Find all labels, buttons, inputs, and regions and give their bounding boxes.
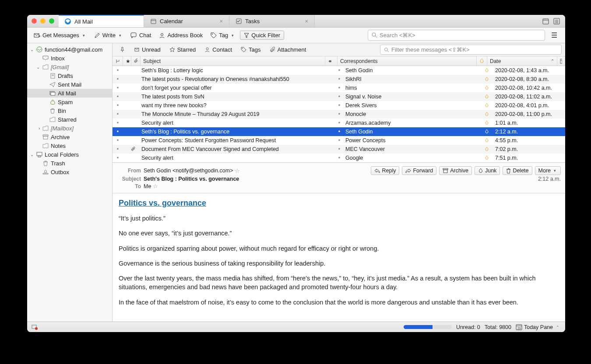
junk-button[interactable]: Junk [475,166,500,175]
global-search-input[interactable]: Search <⌘K> [368,30,545,41]
star-icon[interactable]: ☆ [153,183,158,189]
filter-unread[interactable]: Unread [130,45,164,54]
folder-drafts[interactable]: Drafts [27,71,112,80]
folder-notes[interactable]: Notes [27,141,112,150]
column-picker[interactable] [557,56,565,66]
star-icon[interactable]: ☆ [235,168,240,174]
filter-tags[interactable]: Tags [237,45,264,54]
svg-line-15 [375,36,377,38]
chat-button[interactable]: Chat [127,31,154,40]
folder-gmail[interactable]: ⌄[Gmail] [27,63,112,71]
message-date: 2020-02-08, 8:30 a.m. [495,76,565,82]
col-thread[interactable] [113,56,123,66]
today-pane-toggle[interactable]: 29 Today Pane ⌃ [516,324,561,330]
read-status-dot: • [333,94,345,100]
message-paragraph: Politics is organized sparring about pow… [119,244,559,253]
flame-icon [485,112,495,117]
flame-icon [485,147,495,152]
header-from: Seth Godin <notify@sethgodin.com> [144,168,233,174]
tag-button[interactable]: Tag▾ [208,31,238,40]
message-date: 2020-02-08, 11:00 p.m. [495,111,565,117]
folder-inbox[interactable]: Inbox [27,54,112,63]
minimize-window[interactable] [40,18,46,24]
quick-filter-toggle[interactable]: Quick Filter [240,31,284,40]
chevron-down-icon[interactable]: ▾ [81,33,86,38]
close-icon[interactable]: × [219,18,223,24]
col-correspondents[interactable]: Correspondents [338,56,477,66]
flame-icon [485,155,495,161]
message-row[interactable]: •The latest posts from SvN•Signal v. Noi… [113,92,565,101]
filter-contact[interactable]: Contact [201,45,236,54]
col-subject[interactable]: Subject [141,56,325,66]
message-subject: don't forget your special offer [141,85,333,91]
message-paragraph: Over the last twenty years, the mass med… [119,274,559,292]
message-correspondent: Monocle [345,111,485,117]
mail-account-icon [36,46,43,53]
chevron-down-icon[interactable]: ▾ [230,33,235,38]
tab-calendar[interactable]: Calendar × [144,15,229,27]
calendar-toolbar-icon[interactable] [542,18,549,24]
message-row[interactable]: •Security alert•Google7:51 p.m. [113,154,565,162]
read-status-dot: • [113,129,123,135]
tab-all-mail[interactable]: All Mail [59,15,144,27]
pin-filter[interactable] [116,46,129,54]
flame-icon [485,138,495,143]
message-list[interactable]: •Seth's Blog : Lottery logic•Seth Godin2… [113,66,565,162]
write-button[interactable]: Write▾ [91,31,126,40]
message-row[interactable]: •want my three new books?•Derek Sivers20… [113,101,565,110]
archive-button[interactable]: Archive [439,166,472,175]
folder-starred[interactable]: Starred [27,115,112,124]
get-messages-button[interactable]: Get Messages▾ [31,31,89,40]
zoom-window[interactable] [49,18,54,24]
folder-archive[interactable]: Archive [27,133,112,141]
tab-tasks[interactable]: Tasks × [229,15,315,27]
spam-icon [49,98,56,105]
more-button[interactable]: More▾ [535,166,561,175]
filter-attachment[interactable]: Attachment [266,45,310,54]
window-controls [27,15,59,27]
folder-spam[interactable]: Spam [27,98,112,106]
filter-messages-input[interactable]: Filter these messages <⇧⌘K> [380,45,562,55]
col-star[interactable]: ★ [123,56,131,66]
app-menu-button[interactable]: ☰ [547,31,562,39]
message-row[interactable]: •The latest posts - Revolutionary in One… [113,75,565,84]
message-correspondent: Seth Godin [345,129,485,135]
message-row[interactable]: •don't forget your special offer•hims202… [113,84,565,92]
close-icon[interactable]: × [305,18,308,24]
chevron-down-icon[interactable]: ▾ [118,33,123,38]
activity-indicator-icon[interactable] [32,324,38,330]
read-status-dot: • [333,129,345,135]
message-row[interactable]: •The Monocle Minute – Thursday 29 August… [113,110,565,119]
folder-trash[interactable]: Trash [27,159,112,168]
tasks-toolbar-icon[interactable] [553,18,560,24]
message-row[interactable]: •Seth's Blog : Politics vs. governance•S… [113,127,565,136]
reply-button[interactable]: Reply [371,166,399,175]
col-attach[interactable] [131,56,141,66]
folder-sent[interactable]: Sent Mail [27,80,112,89]
col-date[interactable]: Date⌃ [487,56,557,66]
folder-outbox[interactable]: Outbox [27,168,112,176]
account-row[interactable]: ⌄function44@gmail.com [27,45,112,54]
col-link[interactable]: ⚭ [325,56,338,66]
folder-icon [49,116,56,123]
col-status[interactable] [477,56,487,66]
folder-all-mail[interactable]: All Mail [27,89,112,98]
read-status-dot: • [333,137,345,144]
message-subject: The Monocle Minute – Thursday 29 August … [141,111,333,117]
close-window[interactable] [32,18,37,24]
message-row[interactable]: •Security alert•Arzamas.academy1:01 a.m. [113,119,565,127]
forward-button[interactable]: Forward [402,166,436,175]
local-folders-row[interactable]: ⌄Local Folders [27,150,112,159]
message-row[interactable]: •Seth's Blog : Lottery logic•Seth Godin2… [113,66,565,75]
filter-starred[interactable]: Starred [166,45,200,54]
message-row[interactable]: •Document From MEC Vancouver Signed and … [113,145,565,154]
folder-mailbox[interactable]: ⌄[Mailbox] [27,124,112,133]
delete-button[interactable]: Delete [503,166,532,175]
read-status-dot: • [333,146,345,152]
calendar-icon [150,18,156,24]
folder-bin[interactable]: Bin [27,106,112,115]
search-icon [384,47,389,52]
address-book-button[interactable]: Address Book [156,31,206,40]
message-row[interactable]: •Power Concepts: Student Forgotten Passw… [113,136,565,145]
message-subject: The latest posts from SvN [141,94,333,100]
